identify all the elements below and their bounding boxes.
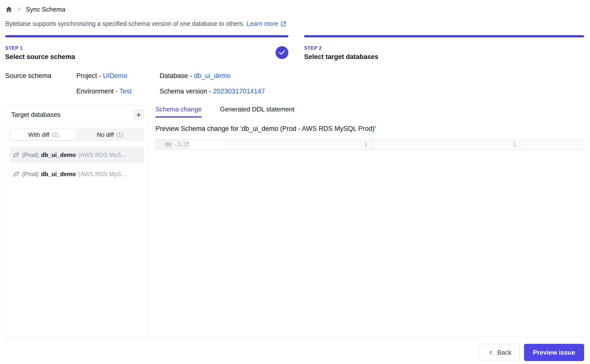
learn-more-link[interactable]: Learn more	[247, 20, 287, 27]
check-icon	[278, 49, 286, 56]
tab-generated-ddl[interactable]: Generated DDL statement	[220, 106, 295, 118]
home-icon[interactable]	[5, 6, 13, 13]
external-link-icon	[280, 21, 287, 27]
schema-version-link[interactable]: 20230317014147	[213, 88, 265, 95]
source-schema-summary: Source schema Project - UIDemo Database …	[5, 72, 584, 95]
target-databases-header: Target databases +	[5, 106, 148, 124]
step-1-progress-bar	[5, 35, 288, 37]
preview-title: Preview Schema change for 'db_ui_demo (P…	[155, 125, 584, 133]
step-1: STEP 1 Select source schema	[5, 35, 288, 61]
footer-divider	[5, 337, 584, 337]
diff-pane-l: 1SET @OLD_UNIQUE_CHECKS=@@UNIQUE_CHECKS,…	[222, 140, 371, 149]
step-1-completed-badge	[276, 46, 288, 59]
database-instance: (AWS RDS MyS...	[78, 152, 141, 158]
diff-row: 2SET @OLD_FOREIGN_KEY_CHECKS=@@FOREIGN_K…	[520, 140, 584, 149]
step-1-label: STEP 1	[5, 45, 288, 51]
add-database-button[interactable]: +	[133, 109, 144, 121]
tab-schema-change[interactable]: Schema change	[155, 106, 202, 118]
source-field-project: Project - UIDemo	[76, 72, 160, 80]
diff-filter-tabs: With diff (2) No diff (1)	[9, 128, 144, 141]
step-2: STEP 2 Select target databases	[304, 35, 584, 61]
database-name: db_ui_demo	[41, 171, 76, 178]
schema-change-content: Schema change Generated DDL statement Pr…	[155, 106, 584, 150]
diff-hunk-header: @@ -1,15 +1,27 @@	[156, 140, 222, 150]
step-2-label: STEP 2	[304, 45, 584, 51]
chevron-left-icon	[488, 349, 494, 355]
diff-code-cell: SET @OLD_UNIQUE_CHECKS=@@UNIQUE_CHECKS, …	[372, 149, 520, 150]
schema-diff-table[interactable]: @@ -1,15 +1,27 @@1SET @OLD_UNIQUE_CHECKS…	[155, 139, 584, 150]
description-text: Bytebase supports synchronizing a specif…	[5, 20, 245, 27]
database-link[interactable]: db_ui_demo	[194, 72, 231, 79]
source-field-database: Database - db_ui_demo	[160, 72, 584, 80]
diff-line-number: 1	[372, 140, 520, 149]
diff-row: 1SET @OLD_UNIQUE_CHECKS=@@UNIQUE_CHECKS,…	[222, 140, 520, 149]
project-link[interactable]: UIDemo	[103, 72, 127, 79]
environment-link[interactable]: Test	[119, 88, 132, 95]
database-name: db_ui_demo	[41, 152, 76, 158]
target-databases-panel: Target databases + With diff (2) No diff…	[5, 106, 148, 337]
diff-line-number: 2	[520, 140, 584, 149]
diff-line-number: 1	[222, 140, 371, 149]
step-1-title: Select source schema	[5, 53, 288, 61]
database-environment: (Prod)	[22, 152, 39, 158]
tab-no-diff[interactable]: No diff (1)	[77, 129, 143, 140]
database-list-item[interactable]: (Prod) db_ui_demo (AWS RDS MyS...	[9, 166, 144, 182]
footer-actions: Back Preview issue	[5, 344, 584, 361]
page-description: Bytebase supports synchronizing a specif…	[5, 20, 584, 27]
diff-pane-l: 2SET @OLD_FOREIGN_KEY_CHECKS=@@FOREIGN_K…	[520, 140, 584, 149]
diff-code-cell: SET @OLD_FOREIGN_KEY_CHECKS=@@FOREIGN_KE…	[520, 149, 584, 150]
database-instance: (AWS RDS MyS...	[78, 171, 141, 178]
preview-issue-button[interactable]: Preview issue	[524, 344, 584, 361]
diff-code-cell: SET @OLD_UNIQUE_CHECKS=@@UNIQUE_CHECKS, …	[222, 149, 371, 150]
mysql-icon	[13, 152, 20, 158]
diff-pane-l: @@ -1,15 +1,27 @@	[156, 140, 189, 150]
source-field-schema-version: Schema version - 20230317014147	[160, 88, 584, 95]
breadcrumb: Sync Schema	[5, 4, 584, 15]
diff-code-cell: @@ -1,15 +1,27 @@	[156, 140, 189, 149]
source-schema-label: Source schema	[5, 72, 76, 80]
database-environment: (Prod)	[22, 171, 39, 178]
content-tabs: Schema change Generated DDL statement	[155, 106, 584, 118]
back-button[interactable]: Back	[480, 344, 520, 361]
chevron-right-icon	[16, 7, 22, 12]
wizard-steps: STEP 1 Select source schema STEP 2 Selec…	[5, 35, 584, 61]
database-list: (Prod) db_ui_demo (AWS RDS MyS... (Prod)…	[9, 147, 144, 182]
diff-pane-r	[189, 140, 222, 150]
diff-pane-r: 1SET @OLD_UNIQUE_CHECKS=@@UNIQUE_CHECKS,…	[371, 140, 520, 149]
step-2-title: Select target databases	[304, 53, 584, 61]
target-databases-title: Target databases	[11, 111, 60, 119]
source-field-environment: Environment - Test	[76, 88, 160, 95]
mysql-icon	[13, 171, 20, 178]
database-list-item[interactable]: (Prod) db_ui_demo (AWS RDS MyS...	[9, 147, 144, 163]
sync-schema-page: Sync Schema Bytebase supports synchroniz…	[0, 0, 590, 361]
step-2-progress-bar	[304, 35, 584, 37]
tab-with-diff[interactable]: With diff (2)	[10, 129, 77, 140]
page-title: Sync Schema	[26, 6, 65, 13]
